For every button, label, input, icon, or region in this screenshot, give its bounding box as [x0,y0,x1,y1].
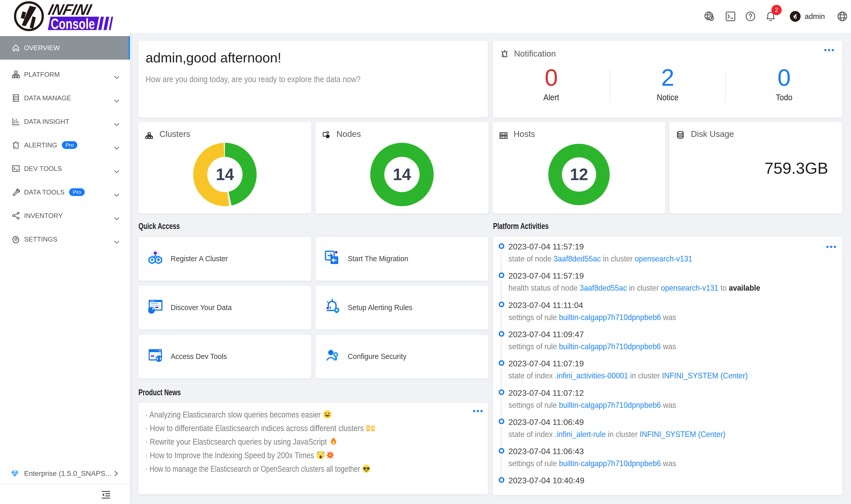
svg-text:Console: Console [51,15,95,32]
